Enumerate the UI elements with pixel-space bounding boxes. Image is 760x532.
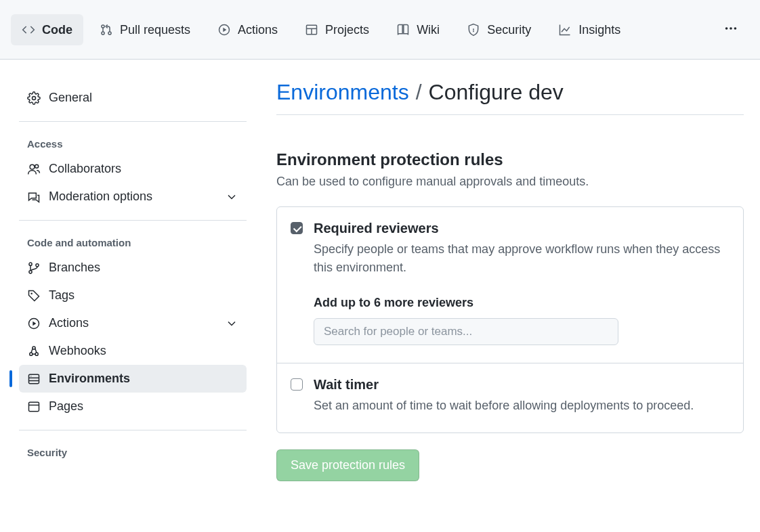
rule-title: Required reviewers (314, 221, 730, 236)
divider (19, 430, 247, 430)
sidebar-label: Collaborators (49, 162, 121, 176)
webhook-icon (27, 345, 41, 358)
kebab-icon (723, 21, 738, 36)
table-icon (305, 23, 318, 37)
play-circle-icon (217, 23, 231, 37)
section-subtitle: Can be used to configure manual approval… (276, 175, 744, 189)
svg-point-15 (35, 164, 39, 168)
tab-code[interactable]: Code (11, 14, 83, 45)
sidebar-item-webhooks[interactable]: Webhooks (19, 337, 247, 365)
svg-point-1 (102, 31, 104, 34)
chevron-down-icon (225, 317, 238, 330)
rule-wait-timer: Wait timer Set an amount of time to wait… (277, 363, 743, 433)
breadcrumb-separator: / (416, 80, 422, 105)
sidebar-label: Pages (49, 399, 83, 414)
sidebar-label: Branches (49, 261, 100, 275)
tab-label: Security (487, 20, 531, 40)
svg-point-0 (102, 24, 104, 27)
sidebar-label: Tags (49, 288, 75, 303)
gear-icon (27, 91, 41, 105)
add-reviewers-label: Add up to 6 more reviewers (314, 296, 730, 310)
breadcrumb: Environments / Configure dev (276, 80, 744, 115)
people-icon (27, 162, 41, 176)
svg-point-16 (29, 263, 32, 265)
svg-point-23 (35, 353, 38, 355)
divider (19, 121, 247, 122)
svg-point-12 (734, 27, 737, 30)
sidebar-label: Actions (49, 316, 89, 330)
svg-point-10 (725, 27, 728, 30)
rule-required-reviewers: Required reviewers Specify people or tea… (277, 207, 743, 363)
play-circle-icon (27, 317, 41, 330)
tab-label: Wiki (417, 20, 440, 40)
svg-marker-21 (33, 321, 36, 326)
tab-actions[interactable]: Actions (207, 14, 289, 45)
comment-discussion-icon (27, 190, 41, 204)
sidebar-item-general[interactable]: General (19, 84, 247, 112)
sidebar-label: Moderation options (49, 190, 152, 204)
git-pull-request-icon (100, 23, 113, 37)
rule-description: Specify people or teams that may approve… (314, 240, 730, 277)
tab-security[interactable]: Security (456, 14, 542, 45)
sidebar-label: General (49, 91, 92, 105)
sidebar-item-actions[interactable]: Actions (19, 309, 247, 337)
tab-label: Insights (578, 20, 620, 40)
tab-label: Pull requests (120, 20, 190, 40)
repo-tab-nav: Code Pull requests Actions Projects Wiki… (0, 0, 760, 60)
sidebar-item-environments[interactable]: Environments (19, 365, 247, 393)
tag-icon (27, 289, 41, 303)
svg-point-17 (29, 270, 32, 273)
svg-point-8 (473, 28, 474, 30)
sidebar-item-moderation[interactable]: Moderation options (19, 183, 247, 210)
svg-point-28 (30, 376, 31, 376)
svg-point-2 (108, 31, 111, 34)
reviewer-search-input[interactable] (314, 318, 618, 345)
sidebar-label: Environments (49, 372, 130, 386)
rule-description: Set an amount of time to wait before all… (314, 397, 730, 415)
git-branch-icon (27, 261, 41, 275)
svg-marker-4 (223, 27, 226, 32)
overflow-menu-button[interactable] (713, 16, 749, 43)
sidebar-label: Webhooks (49, 344, 106, 358)
main-content: Environments / Configure dev Environment… (257, 60, 760, 495)
book-icon (396, 23, 410, 37)
tab-label: Code (42, 20, 72, 40)
breadcrumb-link-environments[interactable]: Environments (276, 80, 409, 105)
chevron-down-icon (225, 190, 238, 204)
breadcrumb-current: Configure dev (429, 80, 564, 105)
svg-point-19 (30, 292, 33, 294)
svg-rect-25 (29, 374, 39, 383)
svg-point-13 (33, 96, 36, 99)
sidebar-item-branches[interactable]: Branches (19, 254, 247, 282)
shield-icon (467, 23, 480, 37)
sidebar-heading-security: Security (19, 440, 247, 464)
svg-point-18 (36, 263, 39, 266)
server-icon (27, 372, 41, 386)
protection-rules-box: Required reviewers Specify people or tea… (276, 206, 744, 433)
tab-insights[interactable]: Insights (547, 14, 631, 45)
required-reviewers-checkbox[interactable] (291, 222, 303, 234)
svg-point-14 (30, 164, 35, 169)
save-protection-rules-button[interactable]: Save protection rules (276, 449, 419, 481)
tab-pull-requests[interactable]: Pull requests (89, 14, 201, 45)
settings-sidebar: General Access Collaborators Moderation … (0, 60, 257, 495)
svg-rect-29 (29, 402, 39, 411)
svg-point-22 (30, 353, 33, 355)
sidebar-item-collaborators[interactable]: Collaborators (19, 155, 247, 183)
tab-projects[interactable]: Projects (294, 14, 380, 45)
wait-timer-checkbox[interactable] (291, 378, 303, 391)
sidebar-item-pages[interactable]: Pages (19, 393, 247, 420)
sidebar-item-tags[interactable]: Tags (19, 282, 247, 309)
divider (19, 220, 247, 221)
sidebar-heading-access: Access (19, 131, 247, 155)
browser-icon (27, 400, 41, 414)
section-title: Environment protection rules (276, 150, 744, 169)
tab-label: Projects (325, 20, 369, 40)
svg-point-11 (730, 27, 732, 30)
graph-icon (558, 23, 572, 37)
code-icon (22, 23, 35, 37)
tab-wiki[interactable]: Wiki (385, 14, 450, 45)
tab-label: Actions (238, 20, 278, 40)
sidebar-heading-code-automation: Code and automation (19, 230, 247, 254)
rule-title: Wait timer (314, 377, 730, 393)
